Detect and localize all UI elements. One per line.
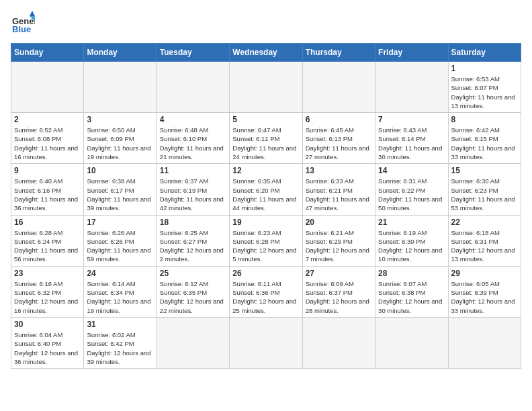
day-info: Sunrise: 6:16 AM Sunset: 6:32 PM Dayligh… bbox=[14, 279, 81, 315]
week-row-1: 2Sunrise: 6:52 AM Sunset: 6:08 PM Daylig… bbox=[11, 113, 521, 164]
day-number: 31 bbox=[87, 320, 153, 329]
day-number: 26 bbox=[232, 269, 299, 278]
weekday-header-sunday: Sunday bbox=[11, 44, 84, 62]
day-info: Sunrise: 6:11 AM Sunset: 6:36 PM Dayligh… bbox=[232, 279, 299, 315]
day-cell: 3Sunrise: 6:50 AM Sunset: 6:09 PM Daylig… bbox=[84, 113, 157, 164]
day-number: 14 bbox=[378, 166, 445, 175]
day-info: Sunrise: 6:40 AM Sunset: 6:16 PM Dayligh… bbox=[14, 177, 81, 212]
day-info: Sunrise: 6:09 AM Sunset: 6:37 PM Dayligh… bbox=[306, 279, 372, 315]
svg-marker-2 bbox=[30, 11, 35, 16]
logo-icon: General Blue bbox=[11, 11, 35, 35]
day-number: 28 bbox=[378, 269, 445, 278]
day-info: Sunrise: 6:05 AM Sunset: 6:39 PM Dayligh… bbox=[451, 279, 518, 315]
weekday-header-row: SundayMondayTuesdayWednesdayThursdayFrid… bbox=[11, 44, 521, 62]
day-cell: 4Sunrise: 6:48 AM Sunset: 6:10 PM Daylig… bbox=[157, 113, 229, 164]
day-info: Sunrise: 6:50 AM Sunset: 6:09 PM Dayligh… bbox=[87, 126, 153, 161]
day-cell: 15Sunrise: 6:30 AM Sunset: 6:23 PM Dayli… bbox=[448, 164, 521, 215]
day-info: Sunrise: 6:37 AM Sunset: 6:19 PM Dayligh… bbox=[160, 177, 226, 212]
weekday-header-wednesday: Wednesday bbox=[230, 44, 302, 62]
day-info: Sunrise: 6:30 AM Sunset: 6:23 PM Dayligh… bbox=[451, 177, 518, 212]
day-cell: 8Sunrise: 6:42 AM Sunset: 6:15 PM Daylig… bbox=[448, 113, 521, 164]
day-cell: 16Sunrise: 6:28 AM Sunset: 6:24 PM Dayli… bbox=[11, 215, 84, 266]
day-number: 11 bbox=[160, 166, 226, 175]
day-cell: 21Sunrise: 6:19 AM Sunset: 6:30 PM Dayli… bbox=[375, 215, 448, 266]
weekday-header-friday: Friday bbox=[375, 44, 448, 62]
day-cell bbox=[157, 62, 229, 113]
calendar: SundayMondayTuesdayWednesdayThursdayFrid… bbox=[11, 43, 521, 369]
day-cell: 12Sunrise: 6:35 AM Sunset: 6:20 PM Dayli… bbox=[230, 164, 302, 215]
day-number: 21 bbox=[378, 218, 445, 227]
day-number: 9 bbox=[14, 166, 81, 175]
day-cell bbox=[84, 62, 157, 113]
day-info: Sunrise: 6:18 AM Sunset: 6:31 PM Dayligh… bbox=[451, 228, 518, 264]
day-info: Sunrise: 6:04 AM Sunset: 6:40 PM Dayligh… bbox=[14, 330, 81, 366]
day-info: Sunrise: 6:28 AM Sunset: 6:24 PM Dayligh… bbox=[14, 228, 81, 264]
day-info: Sunrise: 6:12 AM Sunset: 6:35 PM Dayligh… bbox=[160, 279, 226, 315]
day-info: Sunrise: 6:26 AM Sunset: 6:26 PM Dayligh… bbox=[87, 228, 153, 264]
day-info: Sunrise: 6:48 AM Sunset: 6:10 PM Dayligh… bbox=[160, 126, 226, 161]
day-info: Sunrise: 6:42 AM Sunset: 6:15 PM Dayligh… bbox=[451, 126, 518, 161]
day-info: Sunrise: 6:52 AM Sunset: 6:08 PM Dayligh… bbox=[14, 126, 81, 161]
day-number: 1 bbox=[451, 64, 518, 73]
day-cell: 30Sunrise: 6:04 AM Sunset: 6:40 PM Dayli… bbox=[11, 317, 84, 368]
day-cell bbox=[302, 62, 375, 113]
day-info: Sunrise: 6:38 AM Sunset: 6:17 PM Dayligh… bbox=[87, 177, 153, 212]
day-cell: 10Sunrise: 6:38 AM Sunset: 6:17 PM Dayli… bbox=[84, 164, 157, 215]
day-number: 8 bbox=[451, 115, 518, 124]
day-number: 5 bbox=[232, 115, 299, 124]
day-info: Sunrise: 6:45 AM Sunset: 6:13 PM Dayligh… bbox=[306, 126, 372, 161]
logo: General Blue bbox=[11, 11, 35, 35]
day-number: 24 bbox=[87, 269, 153, 278]
week-row-2: 9Sunrise: 6:40 AM Sunset: 6:16 PM Daylig… bbox=[11, 164, 521, 215]
page-header: General Blue bbox=[11, 11, 521, 35]
day-cell: 27Sunrise: 6:09 AM Sunset: 6:37 PM Dayli… bbox=[302, 266, 375, 317]
day-cell: 1Sunrise: 6:53 AM Sunset: 6:07 PM Daylig… bbox=[448, 62, 521, 113]
day-cell: 28Sunrise: 6:07 AM Sunset: 6:38 PM Dayli… bbox=[375, 266, 448, 317]
day-number: 29 bbox=[451, 269, 518, 278]
day-cell: 18Sunrise: 6:25 AM Sunset: 6:27 PM Dayli… bbox=[157, 215, 229, 266]
day-number: 15 bbox=[451, 166, 518, 175]
day-info: Sunrise: 6:47 AM Sunset: 6:11 PM Dayligh… bbox=[232, 126, 299, 161]
day-cell: 13Sunrise: 6:33 AM Sunset: 6:21 PM Dayli… bbox=[302, 164, 375, 215]
day-info: Sunrise: 6:33 AM Sunset: 6:21 PM Dayligh… bbox=[306, 177, 372, 212]
day-number: 23 bbox=[14, 269, 81, 278]
day-cell: 6Sunrise: 6:45 AM Sunset: 6:13 PM Daylig… bbox=[302, 113, 375, 164]
day-number: 16 bbox=[14, 218, 81, 227]
day-info: Sunrise: 6:07 AM Sunset: 6:38 PM Dayligh… bbox=[378, 279, 445, 315]
day-cell: 2Sunrise: 6:52 AM Sunset: 6:08 PM Daylig… bbox=[11, 113, 84, 164]
day-cell: 5Sunrise: 6:47 AM Sunset: 6:11 PM Daylig… bbox=[230, 113, 302, 164]
day-cell: 11Sunrise: 6:37 AM Sunset: 6:19 PM Dayli… bbox=[157, 164, 229, 215]
day-info: Sunrise: 6:53 AM Sunset: 6:07 PM Dayligh… bbox=[451, 75, 518, 110]
day-number: 18 bbox=[160, 218, 226, 227]
day-cell: 14Sunrise: 6:31 AM Sunset: 6:22 PM Dayli… bbox=[375, 164, 448, 215]
day-cell bbox=[230, 317, 302, 368]
day-number: 25 bbox=[160, 269, 226, 278]
weekday-header-saturday: Saturday bbox=[448, 44, 521, 62]
day-info: Sunrise: 6:23 AM Sunset: 6:28 PM Dayligh… bbox=[232, 228, 299, 264]
week-row-0: 1Sunrise: 6:53 AM Sunset: 6:07 PM Daylig… bbox=[11, 62, 521, 113]
day-info: Sunrise: 6:14 AM Sunset: 6:34 PM Dayligh… bbox=[87, 279, 153, 315]
day-cell: 23Sunrise: 6:16 AM Sunset: 6:32 PM Dayli… bbox=[11, 266, 84, 317]
weekday-header-monday: Monday bbox=[84, 44, 157, 62]
day-number: 6 bbox=[306, 115, 372, 124]
day-cell: 26Sunrise: 6:11 AM Sunset: 6:36 PM Dayli… bbox=[230, 266, 302, 317]
day-number: 3 bbox=[87, 115, 153, 124]
day-cell bbox=[11, 62, 84, 113]
day-cell bbox=[230, 62, 302, 113]
weekday-header-tuesday: Tuesday bbox=[157, 44, 229, 62]
day-number: 20 bbox=[306, 218, 372, 227]
day-cell: 22Sunrise: 6:18 AM Sunset: 6:31 PM Dayli… bbox=[448, 215, 521, 266]
day-cell: 25Sunrise: 6:12 AM Sunset: 6:35 PM Dayli… bbox=[157, 266, 229, 317]
day-cell: 17Sunrise: 6:26 AM Sunset: 6:26 PM Dayli… bbox=[84, 215, 157, 266]
day-cell: 29Sunrise: 6:05 AM Sunset: 6:39 PM Dayli… bbox=[448, 266, 521, 317]
day-cell: 7Sunrise: 6:43 AM Sunset: 6:14 PM Daylig… bbox=[375, 113, 448, 164]
day-number: 4 bbox=[160, 115, 226, 124]
weekday-header-thursday: Thursday bbox=[302, 44, 375, 62]
day-cell: 9Sunrise: 6:40 AM Sunset: 6:16 PM Daylig… bbox=[11, 164, 84, 215]
day-info: Sunrise: 6:25 AM Sunset: 6:27 PM Dayligh… bbox=[160, 228, 226, 264]
day-info: Sunrise: 6:31 AM Sunset: 6:22 PM Dayligh… bbox=[378, 177, 445, 212]
day-cell bbox=[157, 317, 229, 368]
svg-text:Blue: Blue bbox=[12, 24, 31, 34]
day-number: 17 bbox=[87, 218, 153, 227]
day-cell: 31Sunrise: 6:02 AM Sunset: 6:42 PM Dayli… bbox=[84, 317, 157, 368]
